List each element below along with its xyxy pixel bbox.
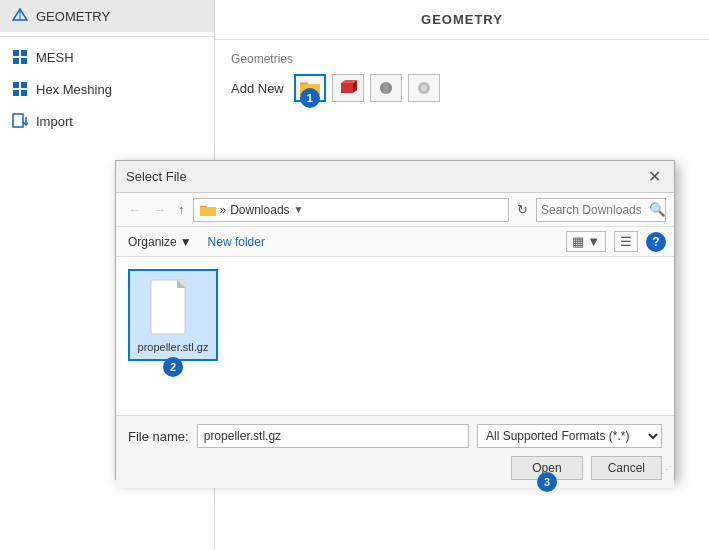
dialog-toolbar: Organize ▼ New folder ▦ ▼ ☰ ?: [116, 227, 674, 257]
sidebar-item-mesh[interactable]: MESH: [0, 41, 214, 73]
path-folder-icon: [200, 203, 216, 217]
sidebar-item-geometry[interactable]: GEOMETRY: [0, 0, 214, 32]
dialog-titlebar: Select File ✕: [116, 161, 674, 193]
sidebar-item-geometry-label: GEOMETRY: [36, 9, 110, 24]
details-view-button[interactable]: ☰: [614, 231, 638, 252]
add-geometry-sphere-button[interactable]: [370, 74, 402, 102]
filetype-select[interactable]: All Supported Formats (*.*): [477, 424, 662, 448]
file-dialog: Select File ✕ ← → ↑ » Downloads ▼ ↻ 🔍 Or…: [115, 160, 675, 480]
document-icon: [149, 278, 197, 336]
add-geometry-shape-button[interactable]: [332, 74, 364, 102]
organize-dropdown-icon: ▼: [180, 235, 192, 249]
sphere-icon: [377, 80, 395, 96]
path-dropdown-arrow[interactable]: ▼: [294, 204, 304, 215]
dialog-addressbar: ← → ↑ » Downloads ▼ ↻ 🔍: [116, 193, 674, 227]
svg-rect-2: [13, 114, 23, 127]
badge-1: 1: [300, 88, 320, 108]
filename-label: File name:: [128, 429, 189, 444]
svg-rect-7: [341, 83, 353, 93]
geometry-icon: [12, 8, 28, 24]
sidebar-divider-1: [0, 36, 214, 37]
hexmesh-icon: [12, 81, 28, 97]
cylinder-icon: [415, 80, 433, 96]
organize-button[interactable]: Organize ▼: [124, 233, 196, 251]
cancel-button[interactable]: Cancel: [591, 456, 662, 480]
add-geometry-folder-button[interactable]: 1: [294, 74, 326, 102]
geometries-section: Geometries Add New 1: [215, 40, 709, 114]
help-button[interactable]: ?: [646, 232, 666, 252]
path-downloads: Downloads: [230, 203, 289, 217]
nav-forward-button[interactable]: →: [149, 200, 170, 219]
svg-point-14: [421, 85, 427, 91]
search-input[interactable]: [537, 203, 645, 217]
dialog-files-area: propeller.stl.gz 2: [116, 257, 674, 415]
dialog-close-button[interactable]: ✕: [644, 167, 664, 187]
add-new-row: Add New 1: [231, 74, 693, 102]
add-new-label: Add New: [231, 81, 284, 96]
nav-up-button[interactable]: ↑: [174, 200, 189, 219]
filename-input[interactable]: [197, 424, 469, 448]
refresh-button[interactable]: ↻: [513, 200, 532, 219]
organize-label: Organize: [128, 235, 177, 249]
page-title: GEOMETRY: [215, 0, 709, 40]
svg-point-11: [383, 82, 389, 94]
file-icon: [148, 277, 198, 337]
sidebar-import-icon: [12, 113, 28, 129]
badge-2: 2: [163, 357, 183, 377]
view-dropdown-icon: ▼: [587, 234, 600, 249]
address-path-box[interactable]: » Downloads ▼: [193, 198, 510, 222]
search-box: 🔍: [536, 198, 666, 222]
dialog-title: Select File: [126, 169, 187, 184]
sidebar-item-import-label: Import: [36, 114, 73, 129]
mesh-icon: [12, 49, 28, 65]
new-folder-button[interactable]: New folder: [204, 233, 269, 251]
search-icon-button[interactable]: 🔍: [645, 202, 670, 217]
file-label: propeller.stl.gz: [138, 341, 209, 353]
sidebar-item-mesh-label: MESH: [36, 50, 74, 65]
action-row: Open 3 Cancel: [128, 456, 662, 480]
shape-box-icon: [339, 80, 357, 96]
geometries-label: Geometries: [231, 52, 693, 66]
nav-back-button[interactable]: ←: [124, 200, 145, 219]
add-geometry-cylinder-button[interactable]: [408, 74, 440, 102]
path-label: »: [220, 203, 227, 217]
dialog-bottom: File name: All Supported Formats (*.*) O…: [116, 415, 674, 488]
new-folder-label: New folder: [208, 235, 265, 249]
filename-row: File name: All Supported Formats (*.*): [128, 424, 662, 448]
file-item[interactable]: propeller.stl.gz 2: [128, 269, 218, 361]
view-toggle-button[interactable]: ▦ ▼: [566, 231, 607, 252]
svg-rect-17: [200, 207, 216, 215]
svg-rect-18: [151, 280, 185, 334]
sidebar-item-hex-meshing[interactable]: Hex Meshing: [0, 73, 214, 105]
resize-handle: ⋰: [661, 464, 672, 477]
sidebar-item-hexmesh-label: Hex Meshing: [36, 82, 112, 97]
view-icon: ▦: [572, 234, 584, 249]
sidebar-item-import[interactable]: Import: [0, 105, 214, 137]
badge-3: 3: [537, 472, 557, 492]
details-icon: ☰: [620, 234, 632, 249]
